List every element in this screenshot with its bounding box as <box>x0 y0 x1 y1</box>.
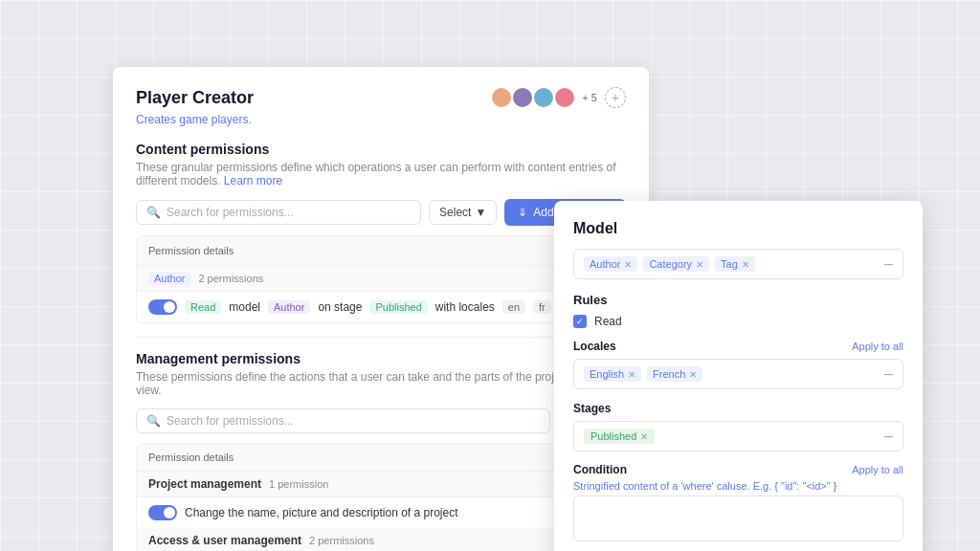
model-panel: Model Author ✕ Category ✕ Tag ✕ – Rules … <box>554 201 923 551</box>
stages-section: Stages Published ✕ – <box>573 401 903 452</box>
content-permissions-title: Content permissions <box>136 142 626 157</box>
author-model-tag: Author <box>268 300 310 314</box>
search-icon: 🔍 <box>146 206 161 219</box>
locales-apply-all[interactable]: Apply to all <box>852 341 903 352</box>
management-permissions-desc: These permissions define the actions tha… <box>136 370 626 397</box>
avatar-1 <box>490 86 513 109</box>
model-tags-row[interactable]: Author ✕ Category ✕ Tag ✕ – <box>573 249 903 279</box>
condition-textarea[interactable] <box>573 496 903 541</box>
change-name-row: Change the name, picture and description… <box>137 497 625 528</box>
model-tag-author: Author ✕ <box>584 256 637 272</box>
read-toggle[interactable] <box>148 299 177 315</box>
content-search-text: Search for permissions... <box>167 206 294 219</box>
stages-header: Stages <box>573 401 903 415</box>
management-permissions-title: Management permissions <box>136 351 626 366</box>
published-stage-tag: Published ✕ <box>584 429 655 444</box>
page-subtitle: Creates game players. <box>136 113 626 126</box>
access-perm-count: 2 permissions <box>309 535 374 546</box>
author-row: Author 2 permissions <box>137 266 625 292</box>
upload-icon: ⇓ <box>518 206 527 219</box>
mgmt-search-row: 🔍 Search for permissions... Select ▼ <box>136 408 626 433</box>
mgmt-search-text: Search for permissions... <box>167 414 294 428</box>
section-divider <box>136 337 626 338</box>
published-stage-tag: Published <box>369 300 427 314</box>
model-tag-tag: Tag ✕ <box>715 256 755 272</box>
permission-details-header: Permission details ⌃ <box>137 236 625 266</box>
page-title: Player Creator <box>136 88 254 108</box>
locales-title: Locales <box>573 340 616 353</box>
locale-en-tag: en <box>502 300 525 314</box>
rules-section: Rules ✓ Read <box>573 293 903 328</box>
read-checkbox[interactable]: ✓ <box>573 315 587 328</box>
condition-section: Condition Apply to all Stringified conte… <box>573 463 903 544</box>
stages-minus-button[interactable]: – <box>884 428 893 445</box>
content-search-row: 🔍 Search for permissions... Select ▼ ⇓ A… <box>136 199 626 226</box>
read-tag: Read <box>185 300 221 314</box>
locales-header: Locales Apply to all <box>573 340 903 353</box>
read-rule-label: Read <box>594 315 622 328</box>
mgmt-permission-card: Permission details Project management 1 … <box>136 443 626 551</box>
condition-header: Condition Apply to all <box>573 463 903 476</box>
access-user-label: Access & user management <box>148 534 301 547</box>
stages-title: Stages <box>573 402 611 415</box>
learn-more-link[interactable]: Learn more <box>224 174 282 187</box>
content-select-button[interactable]: Select ▼ <box>429 200 497 225</box>
locale-french-tag: French ✕ <box>647 366 702 382</box>
avatar-group: + 5 + <box>490 86 626 109</box>
rules-title: Rules <box>573 293 903 307</box>
condition-title: Condition <box>573 463 627 476</box>
locales-minus-button[interactable]: – <box>884 365 893 383</box>
access-user-row: Access & user management 2 permissions <box>137 528 625 551</box>
read-permission-row: Read model Author on stage Published wit… <box>137 292 625 322</box>
add-avatar-button[interactable]: + <box>605 87 626 108</box>
remove-category-tag[interactable]: ✕ <box>696 259 703 270</box>
model-tag-category: Category ✕ <box>643 256 709 272</box>
avatar-4 <box>553 86 576 109</box>
panel-header: Player Creator + 5 + <box>136 86 626 109</box>
read-rule-row: ✓ Read <box>573 315 903 328</box>
content-permission-card: Permission details ⌃ Author 2 permission… <box>136 235 626 323</box>
model-panel-title: Model <box>573 220 903 237</box>
remove-author-tag[interactable]: ✕ <box>624 259 632 270</box>
remove-english-tag[interactable]: ✕ <box>628 369 635 380</box>
mgmt-permission-details-header: Permission details <box>137 444 625 472</box>
remove-published-tag[interactable]: ✕ <box>640 431 648 442</box>
mgmt-search-icon: 🔍 <box>146 414 161 428</box>
avatar-2 <box>511 86 534 109</box>
content-perm-count: 2 permissions <box>198 273 263 284</box>
project-mgmt-label: Project management <box>148 477 261 491</box>
chevron-down-icon: ▼ <box>475 206 486 219</box>
mgmt-permission-details-label: Permission details <box>148 452 234 463</box>
locales-tags-row[interactable]: English ✕ French ✕ – <box>573 359 903 389</box>
locale-fr-tag: fr <box>533 300 551 314</box>
project-mgmt-row: Project management 1 permission <box>137 472 625 497</box>
condition-apply-all[interactable]: Apply to all <box>852 464 903 475</box>
change-name-toggle[interactable] <box>148 505 177 520</box>
stages-tags-row[interactable]: Published ✕ – <box>573 421 903 452</box>
locales-section: Locales Apply to all English ✕ French ✕ … <box>573 340 903 389</box>
author-tag: Author <box>148 272 190 285</box>
remove-french-tag[interactable]: ✕ <box>689 369 697 380</box>
remove-tag-tag[interactable]: ✕ <box>742 259 749 270</box>
project-perm-count: 1 permission <box>269 478 328 490</box>
mgmt-search-box[interactable]: 🔍 Search for permissions... <box>136 408 550 433</box>
locale-english-tag: English ✕ <box>584 366 641 382</box>
condition-hint: Stringified content of a 'where' caluse.… <box>573 480 903 492</box>
content-search-box[interactable]: 🔍 Search for permissions... <box>136 200 421 225</box>
permission-details-label: Permission details <box>148 245 234 256</box>
model-minus-button[interactable]: – <box>884 255 893 273</box>
avatar-count: + 5 <box>582 92 597 103</box>
content-permissions-desc: These granular permissions define which … <box>136 161 626 187</box>
avatar-3 <box>532 86 555 109</box>
